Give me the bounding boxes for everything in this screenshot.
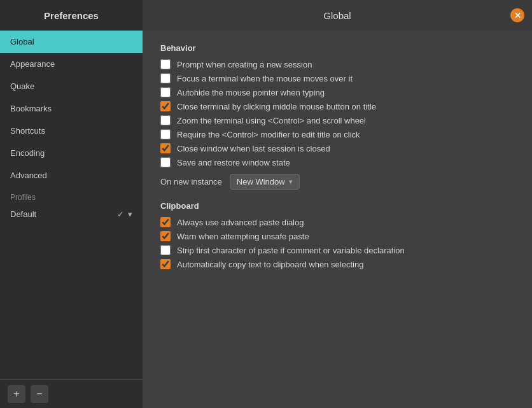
- cb-focus-mouse-label: Focus a terminal when the mouse moves ov…: [177, 74, 353, 83]
- cb-warn-unsafe-paste-label: Warn when attempting unsafe paste: [177, 232, 309, 241]
- checkbox-row: Close window when last session is closed: [160, 143, 514, 153]
- checkbox-row: Require the <Control> modifier to edit t…: [160, 129, 514, 139]
- cb-strip-comment-label: Strip first character of paste if commen…: [177, 246, 405, 255]
- checkbox-row: Focus a terminal when the mouse moves ov…: [160, 73, 514, 83]
- cb-strip-comment[interactable]: [160, 245, 171, 255]
- cb-close-window[interactable]: [160, 143, 171, 153]
- cb-auto-copy-label: Automatically copy text to clipboard whe…: [177, 260, 363, 269]
- sidebar-item-encoding[interactable]: Encoding: [0, 142, 143, 164]
- cb-close-window-label: Close window when last session is closed: [177, 144, 330, 153]
- cb-prompt-new-session[interactable]: [160, 59, 171, 69]
- checkmark-icon: ✓: [117, 209, 124, 219]
- profile-name: Default: [10, 209, 117, 219]
- on-new-instance-label: On new instance: [160, 177, 222, 186]
- on-new-instance-dropdown[interactable]: New Window ▾: [230, 174, 300, 190]
- cb-autohide-pointer[interactable]: [160, 87, 171, 97]
- dropdown-arrow-icon: ▾: [289, 178, 293, 186]
- sidebar: Global Appearance Quake Bookmarks Shortc…: [0, 31, 143, 408]
- cb-advanced-paste-label: Always use advanced paste dialog: [177, 218, 304, 227]
- profile-default[interactable]: Default ✓ ▾: [0, 204, 143, 224]
- checkbox-row: Save and restore window state: [160, 157, 514, 167]
- checkbox-row: Warn when attempting unsafe paste: [160, 231, 514, 241]
- panel-title: Global ✕: [143, 0, 532, 31]
- profiles-section-label: Profiles: [0, 186, 143, 204]
- checkbox-row: Automatically copy text to clipboard whe…: [160, 259, 514, 269]
- cb-auto-copy[interactable]: [160, 259, 171, 269]
- sidebar-item-appearance[interactable]: Appearance: [0, 53, 143, 75]
- main-panel: Behavior Prompt when creating a new sess…: [143, 31, 532, 408]
- checkbox-row: Zoom the terminal using <Control> and sc…: [160, 115, 514, 125]
- checkbox-row: Close terminal by clicking middle mouse …: [160, 101, 514, 111]
- chevron-down-icon: ▾: [128, 209, 132, 219]
- cb-autohide-pointer-label: Autohide the mouse pointer when typing: [177, 88, 325, 97]
- cb-control-modifier[interactable]: [160, 129, 171, 139]
- sidebar-item-shortcuts[interactable]: Shortcuts: [0, 120, 143, 142]
- add-profile-button[interactable]: +: [8, 385, 25, 403]
- sidebar-item-advanced[interactable]: Advanced: [0, 164, 143, 186]
- cb-close-middle-click[interactable]: [160, 101, 171, 111]
- cb-prompt-new-session-label: Prompt when creating a new session: [177, 60, 312, 69]
- cb-control-modifier-label: Require the <Control> modifier to edit t…: [177, 130, 360, 139]
- sidebar-item-quake[interactable]: Quake: [0, 75, 143, 97]
- cb-advanced-paste[interactable]: [160, 217, 171, 227]
- behavior-section-title: Behavior: [160, 43, 514, 53]
- cb-save-restore[interactable]: [160, 157, 171, 167]
- close-button[interactable]: ✕: [510, 8, 524, 22]
- preferences-title: Preferences: [0, 0, 143, 31]
- cb-warn-unsafe-paste[interactable]: [160, 231, 171, 241]
- checkbox-row: Strip first character of paste if commen…: [160, 245, 514, 255]
- title-bar: Preferences Global ✕: [0, 0, 532, 31]
- on-new-instance-row: On new instance New Window ▾: [160, 174, 514, 190]
- main-content: Global Appearance Quake Bookmarks Shortc…: [0, 31, 532, 408]
- profile-icons: ✓ ▾: [117, 209, 132, 219]
- checkbox-row: Autohide the mouse pointer when typing: [160, 87, 514, 97]
- cb-save-restore-label: Save and restore window state: [177, 158, 290, 167]
- cb-focus-mouse[interactable]: [160, 73, 171, 83]
- remove-profile-button[interactable]: −: [31, 385, 48, 403]
- sidebar-item-bookmarks[interactable]: Bookmarks: [0, 97, 143, 120]
- checkbox-row: Prompt when creating a new session: [160, 59, 514, 69]
- sidebar-nav: Global Appearance Quake Bookmarks Shortc…: [0, 31, 143, 379]
- cb-zoom-scroll-label: Zoom the terminal using <Control> and sc…: [177, 116, 366, 125]
- checkbox-row: Always use advanced paste dialog: [160, 217, 514, 227]
- sidebar-footer: + −: [0, 379, 143, 408]
- clipboard-section-title: Clipboard: [160, 201, 514, 211]
- sidebar-item-global[interactable]: Global: [0, 31, 143, 53]
- cb-close-middle-click-label: Close terminal by clicking middle mouse …: [177, 102, 376, 111]
- cb-zoom-scroll[interactable]: [160, 115, 171, 125]
